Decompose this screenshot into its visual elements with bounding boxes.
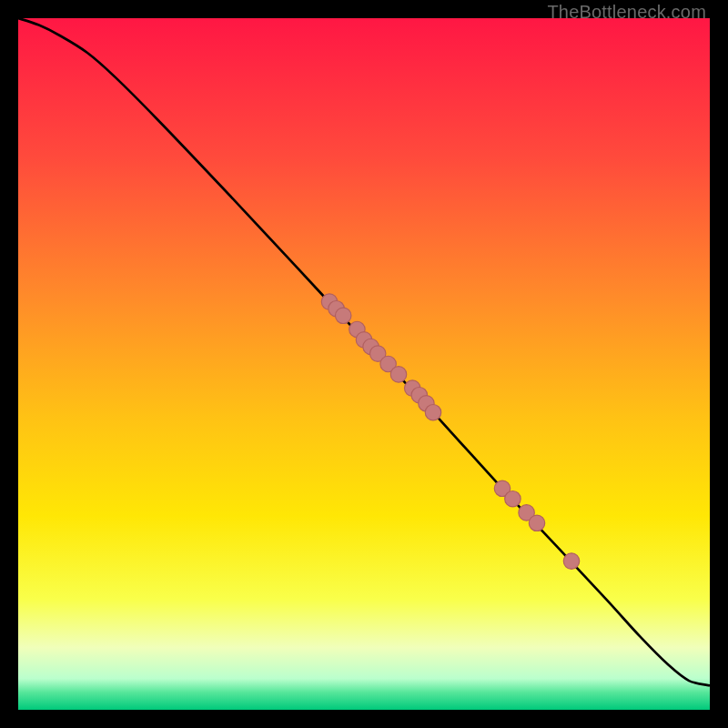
chart-frame: TheBottleneck.com xyxy=(0,0,728,728)
scatter-dot xyxy=(529,515,544,531)
gradient-background xyxy=(18,18,710,710)
scatter-dot xyxy=(505,490,521,506)
scatter-dot xyxy=(563,553,579,569)
scatter-dot xyxy=(425,404,440,420)
scatter-dot xyxy=(390,367,406,382)
chart-plot xyxy=(18,18,710,710)
scatter-dot xyxy=(335,308,350,323)
